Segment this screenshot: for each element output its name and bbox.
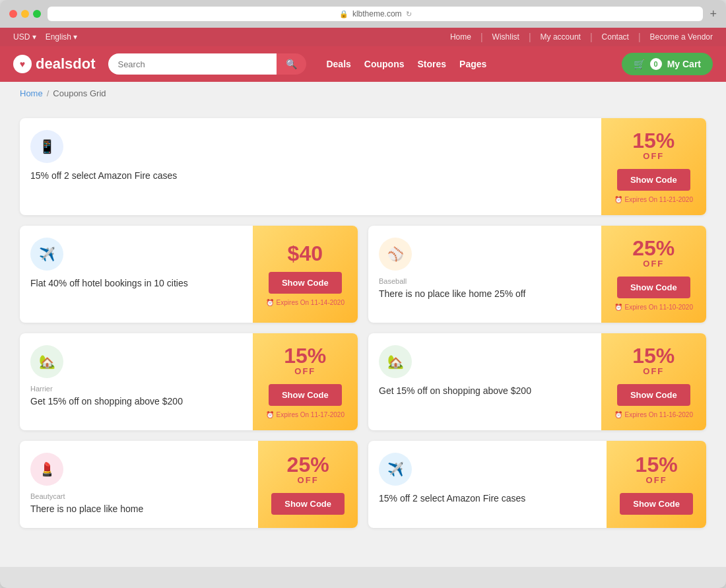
coupon-off-c7: OFF — [646, 475, 667, 485]
coupon-discount-c3: 25% OFF Show Code ⏰ Expires On 11-10-202… — [601, 226, 706, 323]
window-controls — [9, 10, 41, 18]
minimize-button[interactable] — [21, 10, 29, 18]
close-button[interactable] — [9, 10, 17, 18]
new-tab-button[interactable]: + — [710, 7, 717, 21]
coupon-info-c2: ✈️ Flat 40% off hotel bookings in 10 cit… — [20, 226, 253, 323]
show-code-btn-c6[interactable]: Show Code — [271, 493, 345, 515]
expires-text-c5: Expires On 11-16-2020 — [625, 411, 693, 418]
browser-window: 🔒 klbtheme.com ↻ + USD ▾ English ▾ Home … — [0, 0, 726, 588]
coupon-title-c1: 15% off 2 select Amazon Fire cases — [30, 170, 591, 183]
coupon-category-c4: Harrier — [30, 385, 242, 393]
coupon-amount-c4: 15% — [284, 345, 326, 366]
coupon-category-c6: Beautycart — [30, 492, 248, 500]
coupon-title-c6: There is no place like home — [30, 503, 248, 516]
coupon-card-c2: ✈️ Flat 40% off hotel bookings in 10 cit… — [20, 226, 358, 323]
coupon-amount-c3: 25% — [632, 238, 675, 259]
expires-c3: ⏰ Expires On 11-10-2020 — [614, 304, 693, 311]
coupon-discount-c2: $40 Show Code ⏰ Expires On 11-14-2020 — [253, 226, 358, 323]
nav-coupons[interactable]: Coupons — [364, 59, 405, 69]
coupon-row-4: 💄 Beautycart There is no place like home… — [20, 441, 706, 528]
maximize-button[interactable] — [33, 10, 41, 18]
coupon-title-c2: Flat 40% off hotel bookings in 10 cities — [30, 277, 242, 290]
coupon-thumb-c2: ✈️ — [30, 238, 63, 271]
coupon-thumb-c3: ⚾ — [379, 238, 412, 271]
coupon-discount-c5: 15% OFF Show Code ⏰ Expires On 11-16-202… — [601, 333, 706, 430]
coupon-amount-c7: 15% — [636, 454, 678, 475]
coupon-title-c3: There is no place like home 25% off — [379, 288, 591, 301]
nav-pages[interactable]: Pages — [459, 59, 486, 69]
coupon-card-c4: 🏡 Harrier Get 15% off on shopping above … — [20, 333, 358, 430]
coupon-card-c7: ✈️ 15% off 2 select Amazon Fire cases 15… — [368, 441, 706, 528]
nav-contact-link[interactable]: Contact — [602, 32, 629, 42]
nav-stores[interactable]: Stores — [417, 59, 446, 69]
expires-icon-c2: ⏰ — [266, 299, 274, 306]
page-content: 📱 15% off 2 select Amazon Fire cases 15%… — [0, 105, 726, 567]
coupon-off-c5: OFF — [643, 366, 664, 376]
coupon-off-c1: OFF — [643, 151, 664, 161]
main-nav: ♥ dealsdot 🔍 Deals Coupons Stores Pages … — [0, 46, 726, 82]
logo-icon: ♥ — [13, 55, 32, 73]
expires-text-c3: Expires On 11-10-2020 — [625, 304, 693, 311]
nav-vendor-link[interactable]: Become a Vendor — [650, 32, 713, 42]
coupon-card-c3: ⚾ Baseball There is no place like home 2… — [368, 226, 706, 323]
expires-text-c2: Expires On 11-14-2020 — [277, 299, 345, 306]
coupon-info-c7: ✈️ 15% off 2 select Amazon Fire cases — [368, 441, 607, 528]
expires-icon-c5: ⏰ — [614, 411, 622, 418]
cart-button[interactable]: 🛒 0 My Cart — [622, 53, 713, 75]
nav-deals[interactable]: Deals — [326, 59, 350, 69]
coupon-amount-c5: 15% — [632, 345, 675, 366]
nav-home-link[interactable]: Home — [450, 32, 471, 42]
breadcrumb: Home / Coupons Grid — [0, 82, 726, 105]
nav-links: Deals Coupons Stores Pages — [326, 59, 486, 69]
top-bar: USD ▾ English ▾ Home | Wishlist | My acc… — [0, 28, 726, 46]
coupon-card-c6: 💄 Beautycart There is no place like home… — [20, 441, 358, 528]
address-bar[interactable]: 🔒 klbtheme.com ↻ — [48, 7, 703, 21]
currency-selector[interactable]: USD ▾ — [13, 32, 36, 42]
nav-wishlist-link[interactable]: Wishlist — [492, 32, 519, 42]
coupon-amount-c1: 15% — [632, 130, 675, 151]
expires-c5: ⏰ Expires On 11-16-2020 — [614, 411, 693, 418]
search-button[interactable]: 🔍 — [277, 53, 306, 75]
coupon-off-c3: OFF — [643, 259, 664, 269]
language-selector[interactable]: English ▾ — [46, 32, 78, 42]
show-code-btn-c2[interactable]: Show Code — [269, 272, 342, 294]
coupon-discount-c7: 15% OFF Show Code — [607, 441, 706, 528]
show-code-btn-c3[interactable]: Show Code — [617, 277, 690, 298]
coupon-amount-c6: 25% — [287, 454, 329, 475]
search-input[interactable] — [108, 53, 277, 75]
coupon-title-c7: 15% off 2 select Amazon Fire cases — [379, 492, 596, 506]
show-code-btn-c4[interactable]: Show Code — [269, 384, 342, 406]
top-bar-left: USD ▾ English ▾ — [13, 32, 77, 42]
breadcrumb-current: Coupons Grid — [53, 88, 106, 98]
coupon-card-c1: 📱 15% off 2 select Amazon Fire cases 15%… — [20, 118, 706, 215]
coupon-thumb-c1: 📱 — [30, 130, 63, 163]
expires-icon-c4: ⏰ — [266, 411, 274, 418]
coupon-thumb-c5: 🏡 — [379, 345, 412, 378]
breadcrumb-separator: / — [47, 88, 50, 98]
expires-c1: ⏰ Expires On 11-21-2020 — [614, 196, 693, 203]
expires-c4: ⏰ Expires On 11-17-2020 — [266, 411, 345, 418]
expires-text-c4: Expires On 11-17-2020 — [277, 411, 345, 418]
coupon-thumb-c4: 🏡 — [30, 345, 63, 378]
expires-c2: ⏰ Expires On 11-14-2020 — [266, 299, 345, 306]
show-code-btn-c1[interactable]: Show Code — [617, 169, 690, 191]
coupon-title-c5: Get 15% off on shopping above $200 — [379, 385, 591, 398]
show-code-btn-c7[interactable]: Show Code — [620, 493, 693, 515]
coupon-discount-c1: 15% OFF Show Code ⏰ Expires On 11-21-202… — [601, 118, 706, 215]
coupon-title-c4: Get 15% off on shopping above $200 — [30, 395, 242, 408]
expires-icon-c1: ⏰ — [614, 196, 622, 203]
site-logo[interactable]: ♥ dealsdot — [13, 55, 95, 73]
coupon-row-2: ✈️ Flat 40% off hotel bookings in 10 cit… — [20, 226, 706, 323]
coupon-card-c5: 🏡 Get 15% off on shopping above $200 15%… — [368, 333, 706, 430]
breadcrumb-home[interactable]: Home — [20, 88, 43, 98]
coupon-off-c6: OFF — [298, 475, 319, 485]
nav-account-link[interactable]: My account — [541, 32, 581, 42]
cart-icon: 🛒 — [634, 59, 645, 69]
cart-label: My Cart — [667, 59, 701, 69]
logo-text: dealsdot — [36, 55, 95, 73]
coupon-category-c3: Baseball — [379, 277, 591, 285]
coupon-discount-c4: 15% OFF Show Code ⏰ Expires On 11-17-202… — [253, 333, 358, 430]
coupon-info-c1: 📱 15% off 2 select Amazon Fire cases — [20, 118, 601, 215]
coupon-row-full: 📱 15% off 2 select Amazon Fire cases 15%… — [20, 118, 706, 215]
show-code-btn-c5[interactable]: Show Code — [617, 384, 690, 406]
